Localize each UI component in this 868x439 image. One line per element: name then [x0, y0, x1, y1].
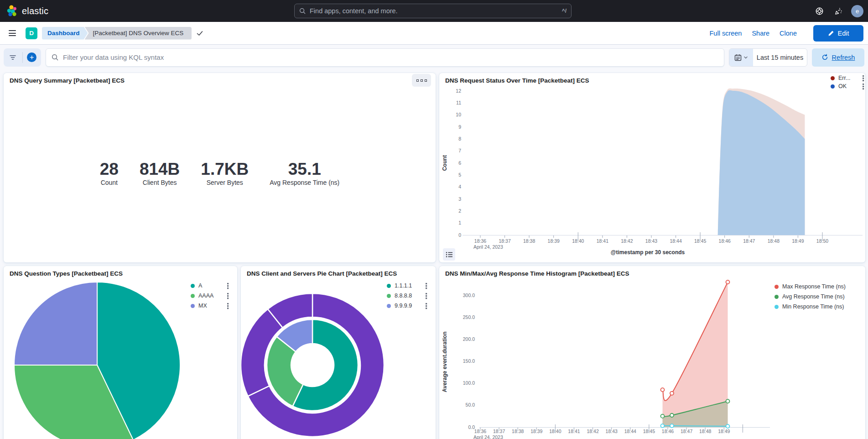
svg-text:100.0: 100.0 — [463, 380, 475, 386]
dashboard-header: D Dashboard [Packetbeat] DNS Overview EC… — [0, 22, 868, 45]
legend-label[interactable]: 9.9.9.9 — [395, 303, 412, 309]
add-filter-button[interactable]: + — [23, 48, 42, 67]
metric-group: 28 Count 814B Client Bytes 1.7KB Server … — [4, 161, 436, 186]
global-search-placeholder: Find apps, content, and more. — [310, 7, 398, 15]
panel-title: DNS Client and Servers Pie Chart [Packet… — [247, 270, 397, 277]
svg-text:18:39: 18:39 — [548, 238, 560, 244]
time-range-button[interactable]: Last 15 minutes — [753, 49, 807, 66]
kql-query-input[interactable]: Filter your data using KQL syntax — [46, 48, 724, 67]
check-icon — [196, 30, 203, 37]
refresh-button[interactable]: Refresh — [812, 48, 864, 67]
edit-button[interactable]: Edit — [813, 25, 863, 42]
svg-text:18:45: 18:45 — [643, 429, 655, 434]
legend-dot — [191, 294, 195, 298]
panel-dns-query-summary: DNS Query Summary [Packetbeat] ECS 28 Co… — [4, 73, 436, 262]
svg-text:12: 12 — [456, 88, 461, 94]
metric-label: Client Bytes — [140, 179, 180, 186]
chart-legend: Max Response Time (ns) Avg Response Time… — [774, 282, 852, 312]
legend-label[interactable]: Min Response Time (ns) — [782, 303, 844, 310]
help-button[interactable] — [813, 5, 826, 17]
legend-menu-icon[interactable] — [226, 303, 230, 309]
legend-menu-icon[interactable] — [861, 75, 865, 82]
legend-label[interactable]: Err... — [838, 75, 850, 81]
elastic-brand[interactable]: elastic — [6, 5, 48, 17]
legend-dot — [774, 305, 779, 309]
legend-item: 8.8.8.8 — [387, 291, 428, 301]
legend-menu-icon[interactable] — [424, 282, 428, 289]
legend-label[interactable]: MX — [198, 303, 207, 309]
legend-dot — [387, 304, 391, 308]
legend-dot — [191, 284, 195, 288]
legend-toggle-button[interactable] — [443, 248, 455, 261]
menu-button[interactable] — [5, 26, 20, 41]
top-navbar: elastic Find apps, content, and more. ^/ — [0, 0, 868, 22]
svg-text:18:38: 18:38 — [523, 238, 535, 244]
breadcrumb-dashboard[interactable]: Dashboard — [42, 27, 88, 40]
share-link[interactable]: Share — [752, 30, 769, 37]
svg-text:18:47: 18:47 — [743, 238, 755, 244]
metric-label: Count — [100, 179, 119, 186]
svg-text:@timestamp per 30 seconds: @timestamp per 30 seconds — [611, 249, 685, 256]
search-icon — [299, 8, 306, 15]
newsfeed-button[interactable] — [832, 5, 845, 17]
panel-response-time-histogram: DNS Min/Max/Avg Response Time Histogram … — [439, 266, 865, 439]
svg-text:300.0: 300.0 — [463, 293, 475, 298]
search-icon — [52, 54, 59, 61]
svg-text:0: 0 — [458, 232, 461, 238]
pencil-icon — [828, 30, 834, 37]
boxes-horizontal-icon — [416, 79, 419, 82]
legend-label[interactable]: AAAA — [198, 293, 213, 299]
global-search-input[interactable]: Find apps, content, and more. ^/ — [294, 4, 572, 18]
legend-label[interactable]: A — [198, 282, 202, 289]
refresh-icon — [821, 54, 828, 61]
user-avatar[interactable]: e — [851, 5, 863, 17]
svg-text:18:46: 18:46 — [662, 429, 674, 434]
keyboard-shortcut-hint: ^/ — [562, 8, 567, 14]
chevron-down-icon — [743, 55, 748, 60]
svg-text:18:45: 18:45 — [694, 238, 706, 244]
svg-text:18:50: 18:50 — [816, 238, 828, 244]
legend-dot — [774, 285, 779, 289]
panel-options-button[interactable] — [412, 74, 431, 87]
legend-label[interactable]: 8.8.8.8 — [395, 293, 412, 299]
legend-item: Err... — [831, 74, 865, 82]
legend-dot — [831, 84, 835, 89]
svg-text:18:49: 18:49 — [718, 429, 730, 434]
saved-query-menu-button[interactable] — [4, 48, 22, 67]
svg-text:April 24, 2023: April 24, 2023 — [473, 434, 503, 439]
chart-legend: A AAAA MX — [191, 281, 230, 311]
panel-title: DNS Min/Max/Avg Response Time Histogram … — [445, 270, 629, 277]
clone-link[interactable]: Clone — [780, 30, 797, 37]
legend-menu-icon[interactable] — [424, 303, 428, 309]
svg-text:18:37: 18:37 — [499, 238, 510, 244]
legend-menu-icon[interactable] — [226, 293, 230, 299]
svg-text:18:47: 18:47 — [681, 429, 692, 434]
legend-item: MX — [191, 301, 230, 311]
svg-text:18:42: 18:42 — [621, 238, 633, 244]
metric-value: 814B — [140, 161, 180, 178]
svg-text:6: 6 — [458, 160, 461, 166]
svg-text:18:36: 18:36 — [474, 429, 486, 434]
svg-text:18:46: 18:46 — [719, 238, 731, 244]
legend-menu-icon[interactable] — [424, 293, 428, 299]
date-picker-menu-button[interactable] — [729, 49, 753, 66]
legend-label[interactable]: 1.1.1.1 — [395, 282, 412, 289]
full-screen-link[interactable]: Full screen — [709, 30, 742, 37]
legend-label[interactable]: Max Response Time (ns) — [782, 283, 846, 290]
svg-text:2: 2 — [458, 208, 461, 214]
dashboard-app-icon[interactable]: D — [26, 27, 37, 39]
metric-label: Avg Response Time (ns) — [270, 179, 339, 186]
legend-label[interactable]: Avg Response Time (ns) — [782, 293, 845, 300]
refresh-label: Refresh — [832, 54, 855, 61]
plus-icon: + — [27, 52, 36, 62]
svg-text:50.0: 50.0 — [466, 402, 475, 408]
filter-bar: + Filter your data using KQL syntax Last… — [0, 45, 868, 70]
legend-label[interactable]: OK — [838, 83, 847, 89]
hamburger-icon — [9, 30, 16, 31]
svg-text:18:41: 18:41 — [597, 238, 608, 244]
legend-menu-icon[interactable] — [861, 83, 865, 90]
legend-menu-icon[interactable] — [226, 282, 230, 289]
legend-dot — [831, 76, 835, 80]
legend-dot — [774, 295, 779, 299]
svg-text:18:39: 18:39 — [530, 429, 542, 434]
